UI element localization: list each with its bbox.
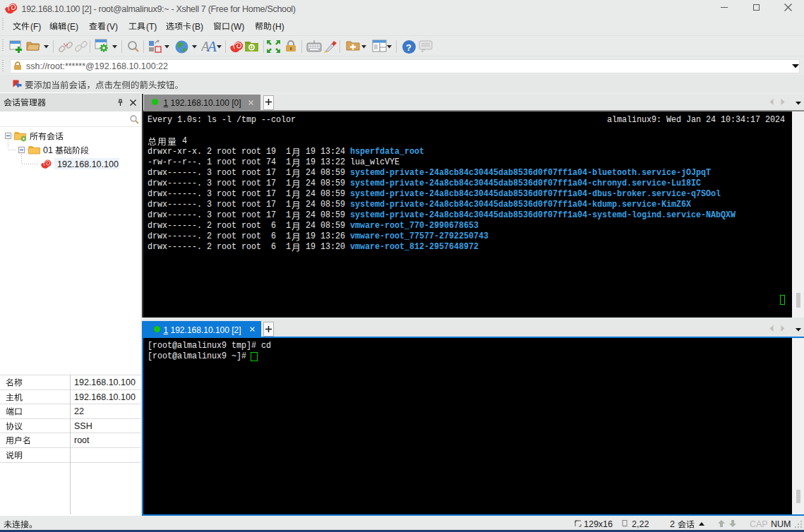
svg-text:A: A bbox=[206, 40, 217, 54]
svg-text:?: ? bbox=[406, 42, 412, 53]
